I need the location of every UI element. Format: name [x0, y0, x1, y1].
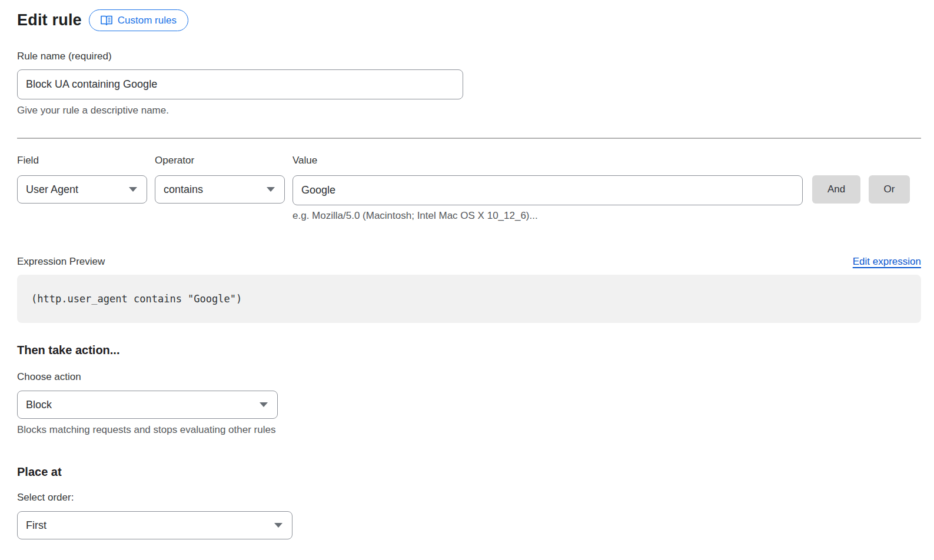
rule-name-input[interactable] — [17, 69, 463, 99]
field-label: Field — [17, 155, 147, 166]
field-select[interactable]: User Agent — [17, 175, 147, 204]
select-order-label: Select order: — [17, 492, 921, 504]
chevron-down-icon — [274, 523, 282, 528]
and-button[interactable]: And — [812, 175, 860, 204]
field-column: Field User Agent — [17, 155, 147, 204]
operator-select-value: contains — [164, 184, 203, 196]
expression-preview-label: Expression Preview — [17, 256, 105, 268]
operator-column: Operator contains — [155, 155, 285, 204]
page-header: Edit rule Custom rules — [17, 9, 921, 31]
action-section: Then take action... Choose action Block … — [17, 344, 921, 436]
action-select-value: Block — [26, 399, 52, 411]
order-select[interactable]: First — [17, 511, 293, 539]
expression-header: Expression Preview Edit expression — [17, 256, 921, 268]
custom-rules-label: Custom rules — [118, 15, 177, 26]
action-helper: Blocks matching requests and stops evalu… — [17, 424, 921, 436]
expression-code-block: (http.user_agent contains "Google") — [17, 275, 921, 323]
placement-section: Place at Select order: First — [17, 465, 921, 539]
condition-row: Field User Agent Operator contains Value… — [17, 155, 921, 222]
open-book-icon — [101, 15, 112, 25]
operator-label: Operator — [155, 155, 285, 166]
page-title: Edit rule — [17, 11, 82, 29]
value-hint: e.g. Mozilla/5.0 (Macintosh; Intel Mac O… — [293, 210, 803, 222]
expression-code: (http.user_agent contains "Google") — [31, 293, 242, 305]
custom-rules-button[interactable]: Custom rules — [89, 9, 188, 31]
value-input[interactable] — [293, 175, 803, 205]
placement-heading: Place at — [17, 465, 921, 479]
or-button[interactable]: Or — [869, 175, 910, 204]
chevron-down-icon — [129, 187, 137, 192]
action-select[interactable]: Block — [17, 391, 278, 419]
operator-select[interactable]: contains — [155, 175, 285, 204]
chevron-down-icon — [267, 187, 275, 192]
edit-expression-link[interactable]: Edit expression — [853, 256, 921, 268]
value-column: Value e.g. Mozilla/5.0 (Macintosh; Intel… — [293, 155, 803, 222]
edit-rule-page: Edit rule Custom rules Rule name (requir… — [0, 0, 934, 539]
action-heading: Then take action... — [17, 344, 921, 357]
section-divider — [17, 138, 921, 139]
field-select-value: User Agent — [26, 184, 78, 196]
rule-name-helper: Give your rule a descriptive name. — [17, 105, 921, 116]
choose-action-label: Choose action — [17, 371, 921, 383]
rule-name-label: Rule name (required) — [17, 51, 112, 62]
chevron-down-icon — [260, 402, 268, 407]
value-label: Value — [293, 155, 803, 166]
rule-name-section: Rule name (required) Give your rule a de… — [17, 51, 921, 116]
order-select-value: First — [26, 519, 46, 532]
